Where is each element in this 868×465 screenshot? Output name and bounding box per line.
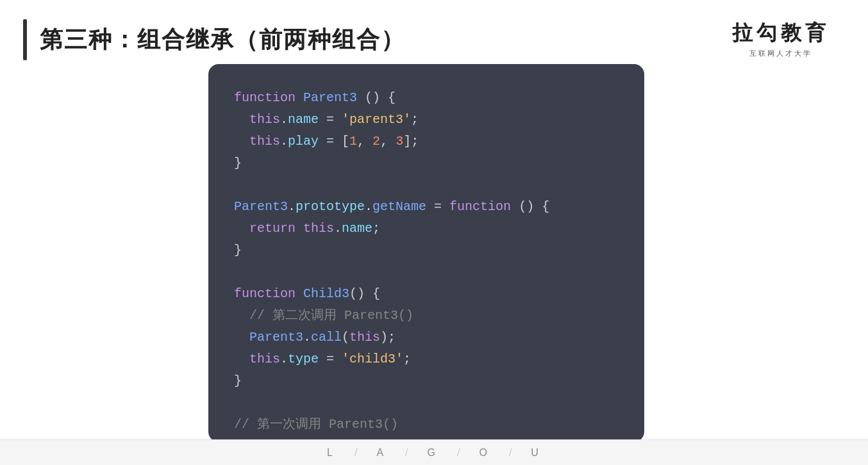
code-line (234, 392, 619, 414)
nav-sep: / (355, 447, 357, 459)
code-line: this.type = 'child3'; (234, 348, 619, 370)
code-line: // 第二次调用 Parent3() (234, 305, 619, 327)
title-section: 第三种：组合继承（前两种组合） (23, 19, 405, 60)
code-line: // 第一次调用 Parent3() (234, 414, 619, 436)
bottom-nav: L / A / G / O / U (0, 439, 868, 465)
nav-item-g: G (428, 447, 438, 459)
nav-item-o: O (479, 447, 489, 459)
code-line: function Parent3 () { (234, 87, 619, 109)
nav-sep: / (509, 447, 512, 459)
logo-subtitle: 互联网人才大学 (732, 49, 830, 58)
slide-title: 第三种：组合继承（前两种组合） (40, 24, 405, 56)
code-line: Parent3.prototype.getName = function () … (234, 196, 619, 218)
title-border (23, 19, 27, 60)
code-line: } (234, 240, 619, 261)
code-container: function Parent3 () { this.name = 'paren… (208, 64, 644, 442)
logo-section: 拉勾教育 互联网人才大学 (732, 19, 830, 58)
code-line (234, 261, 619, 283)
logo-main: 拉勾教育 (732, 19, 830, 47)
code-line: function Child3() { (234, 283, 619, 305)
code-line: return this.name; (234, 218, 619, 240)
nav-item-l: L (327, 447, 335, 459)
nav-item-u: U (531, 447, 541, 459)
slide-container: 第三种：组合继承（前两种组合） 拉勾教育 互联网人才大学 function Pa… (0, 0, 868, 465)
nav-sep: / (405, 447, 408, 459)
nav-item-a: A (376, 447, 386, 459)
code-line: Parent3.call(this); (234, 327, 619, 348)
code-line: this.name = 'parent3'; (234, 109, 619, 131)
nav-sep: / (457, 447, 460, 459)
code-line (234, 174, 619, 196)
code-line: } (234, 370, 619, 392)
code-block: function Parent3 () { this.name = 'paren… (234, 87, 619, 436)
code-line: } (234, 152, 619, 174)
code-line: this.play = [1, 2, 3]; (234, 131, 619, 152)
